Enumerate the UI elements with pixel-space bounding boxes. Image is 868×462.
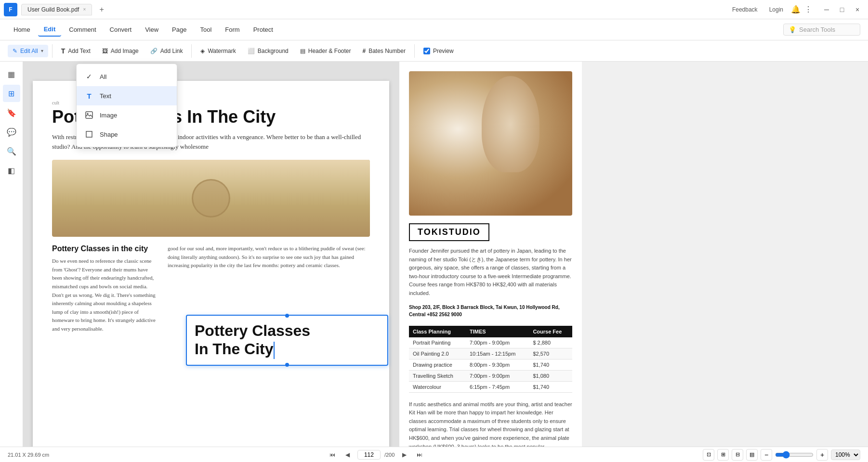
rp-address: Shop 203, 2/F, Block 3 Barrack Block, Ta…: [409, 304, 572, 318]
main-layout: ▦ ⊞ 🔖 💬 🔍 ◧ cult Pottery Classes In The …: [0, 62, 868, 462]
text-edit-overlay[interactable]: Pottery ClassesIn The City: [186, 315, 388, 366]
zoom-select-btn[interactable]: ⊟: [732, 449, 743, 461]
total-pages: /200: [384, 452, 395, 458]
zoom-slider[interactable]: [775, 451, 814, 459]
cell-fee: $1,080: [529, 370, 572, 381]
tab-close-btn[interactable]: ×: [83, 7, 86, 12]
page-navigation: ⏮ ◀ /200 ▶ ⏭: [327, 449, 425, 461]
sidebar-layers-btn[interactable]: ◧: [3, 162, 20, 179]
page-number-input[interactable]: [357, 450, 381, 460]
right-panel: TOKISTUDIO Founder Jennifer pursued the …: [399, 62, 582, 462]
cell-times: 6:15pm - 7:45pm: [466, 381, 529, 392]
toolbar: ✎ Edit All ▾ T Add Text 🖼 Add Image 🔗 Ad…: [0, 40, 868, 62]
cell-class: Watercolour: [409, 381, 466, 392]
menu-protect[interactable]: Protect: [248, 23, 279, 36]
zoom-out-btn[interactable]: −: [761, 449, 772, 461]
right-panel-image: [409, 71, 572, 216]
last-page-btn[interactable]: ⏭: [414, 449, 425, 461]
cell-fee: $2,570: [529, 348, 572, 359]
cell-times: 8:00pm - 9:30pm: [466, 359, 529, 370]
menu-tool[interactable]: Tool: [194, 23, 217, 36]
close-btn[interactable]: ×: [851, 3, 864, 16]
preview-btn[interactable]: Preview: [419, 45, 459, 57]
minimize-btn[interactable]: ─: [820, 3, 833, 16]
dropdown-image-label: Image: [100, 112, 117, 119]
edit-text-content[interactable]: Pottery ClassesIn The City: [195, 321, 380, 359]
status-bar: 21.01 X 29.69 cm ⏮ ◀ /200 ▶ ⏭ ⊡ ⊞ ⊟ ▤ − …: [0, 447, 868, 462]
sidebar-bookmarks-btn[interactable]: 🔖: [3, 104, 20, 121]
rp-description: Founder Jennifer pursued the art of pott…: [409, 247, 572, 298]
sidebar-search-btn[interactable]: 🔍: [3, 142, 20, 160]
left-body-text[interactable]: Do we even need to reference the classic…: [52, 257, 158, 333]
columns-btn[interactable]: ▤: [746, 449, 758, 461]
login-btn[interactable]: Login: [765, 4, 787, 15]
cell-fee: $1,740: [529, 359, 572, 370]
dropdown-image[interactable]: Image: [77, 105, 177, 125]
app-logo: F: [4, 3, 17, 16]
pdf-pottery-image: [52, 160, 370, 237]
zoom-level-select[interactable]: 100% 75% 125% 150%: [831, 449, 860, 460]
menu-comment[interactable]: Comment: [63, 23, 102, 36]
table-row: Portrait Painting7:00pm - 9:00pm$ 2,880: [409, 337, 572, 348]
add-text-btn[interactable]: T Add Text: [56, 44, 95, 58]
dropdown-shape-label: Shape: [100, 131, 118, 138]
header-footer-btn[interactable]: ▤ Header & Footer: [295, 45, 356, 57]
sidebar-thumbnails-btn[interactable]: ⊞: [3, 85, 20, 102]
title-bar-actions: Feedback Login 🔔 ⋮: [728, 4, 812, 15]
handle-bottom[interactable]: [285, 363, 289, 367]
menu-edit[interactable]: Edit: [38, 23, 62, 37]
edit-all-btn[interactable]: ✎ Edit All ▾: [8, 45, 48, 57]
watermark-icon: ◈: [200, 48, 205, 54]
menu-convert[interactable]: Convert: [104, 23, 138, 36]
bates-number-btn[interactable]: # Bates Number: [357, 45, 410, 57]
dropdown-text[interactable]: T Text: [77, 86, 177, 105]
handle-top[interactable]: [285, 314, 289, 318]
background-btn[interactable]: ⬜ Background: [243, 45, 293, 57]
fit-page-btn[interactable]: ⊡: [703, 449, 714, 461]
zoom-in-btn[interactable]: +: [816, 449, 828, 461]
cell-fee: $ 2,880: [529, 337, 572, 348]
sidebar-pages-btn[interactable]: ▦: [3, 65, 20, 83]
cell-times: 7:00pm - 9:00pm: [466, 370, 529, 381]
svg-point-1: [87, 113, 89, 115]
zoom-controls: ⊡ ⊞ ⊟ ▤ − + 100% 75% 125% 150%: [703, 449, 860, 461]
table-row: Drawing practice8:00pm - 9:30pm$1,740: [409, 359, 572, 370]
cell-class: Drawing practice: [409, 359, 466, 370]
edit-all-label: Edit All: [20, 48, 38, 54]
rp-bottom-text: If rustic aesthetics and animal motifs a…: [409, 400, 572, 451]
add-link-btn[interactable]: 🔗 Add Link: [145, 45, 188, 57]
menu-view[interactable]: View: [139, 23, 164, 36]
preview-checkbox[interactable]: [423, 48, 430, 54]
dropdown-shape[interactable]: Shape: [77, 125, 177, 144]
right-col-content: good for our soul and, more importantly,…: [168, 244, 370, 270]
table-row: Oil Painting 2.010:15am - 12:15pm$2,570: [409, 348, 572, 359]
restore-btn[interactable]: □: [835, 3, 849, 16]
window-controls: ─ □ ×: [820, 3, 864, 16]
col-fee: Course Fee: [529, 326, 572, 337]
right-body-text: good for our soul and, more importantly,…: [168, 244, 370, 270]
toolbar-divider-3: [414, 44, 415, 58]
new-tab-btn[interactable]: +: [96, 4, 107, 15]
next-page-btn[interactable]: ▶: [398, 449, 410, 461]
search-tools-field[interactable]: 💡 Search Tools: [783, 24, 860, 36]
more-menu-icon[interactable]: ⋮: [804, 5, 812, 14]
cell-class: Travelling Sketch: [409, 370, 466, 381]
edit-icon: ✎: [13, 48, 17, 54]
notification-icon[interactable]: 🔔: [791, 5, 801, 14]
menu-form[interactable]: Form: [219, 23, 245, 36]
add-image-btn[interactable]: 🖼 Add Image: [97, 45, 144, 57]
first-page-btn[interactable]: ⏮: [327, 449, 338, 461]
fit-width-btn[interactable]: ⊞: [717, 449, 729, 461]
watermark-btn[interactable]: ◈ Watermark: [196, 45, 240, 57]
bates-number-icon: #: [362, 48, 366, 54]
prev-page-btn[interactable]: ◀: [342, 449, 354, 461]
feedback-btn[interactable]: Feedback: [728, 4, 762, 15]
tab-title: User Guild Book.pdf: [27, 6, 79, 13]
menu-home[interactable]: Home: [8, 23, 36, 36]
cell-fee: $1,740: [529, 381, 572, 392]
document-tab[interactable]: User Guild Book.pdf ×: [21, 4, 92, 15]
dropdown-all[interactable]: ✓ All: [77, 67, 177, 86]
sidebar-comments-btn[interactable]: 💬: [3, 123, 20, 141]
menu-page[interactable]: Page: [166, 23, 192, 36]
col-times: TIMES: [466, 326, 529, 337]
